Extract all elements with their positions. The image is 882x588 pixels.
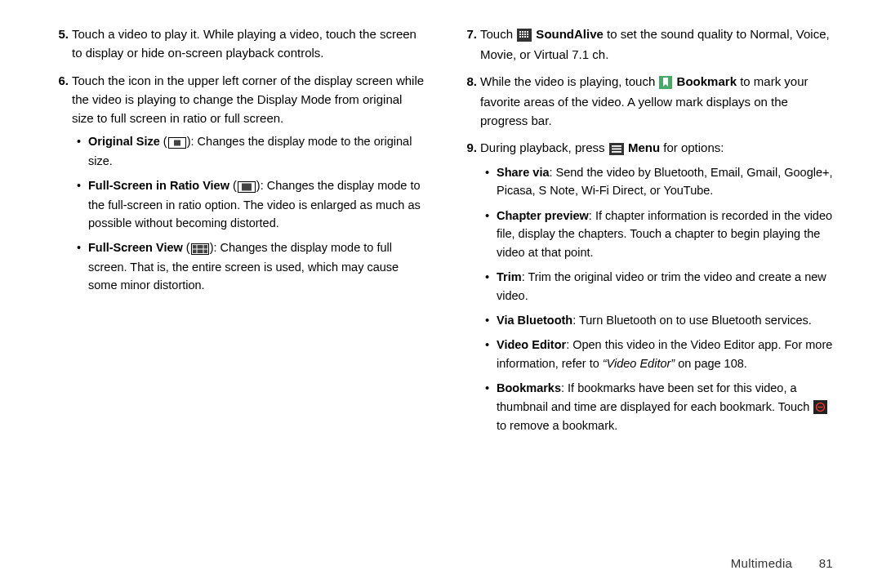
svg-rect-13 xyxy=(527,31,528,33)
svg-rect-3 xyxy=(242,184,252,191)
via-bluetooth-item: Via Bluetooth: Turn Bluetooth on to use … xyxy=(497,311,833,329)
chapter-preview-item: Chapter preview: If chapter information … xyxy=(497,207,833,261)
svg-rect-18 xyxy=(519,36,521,38)
svg-rect-12 xyxy=(524,31,526,33)
bullet-tail: to remove a bookmark. xyxy=(497,419,617,432)
icon-label: SoundAlive xyxy=(532,27,604,41)
bullet-rest: : Turn Bluetooth on to use Bluetooth ser… xyxy=(572,314,812,327)
svg-rect-14 xyxy=(519,33,521,35)
left-column: 5. Touch a video to play it. While playi… xyxy=(33,24,441,572)
bullet-title: Full-Screen in Ratio View xyxy=(88,179,229,192)
bullet-rest2: on page 108. xyxy=(675,357,747,370)
step-5: 5. Touch a video to play it. While playi… xyxy=(72,24,425,63)
step-6: 6. Touch the icon in the upper left corn… xyxy=(72,71,425,295)
pre-text: Touch xyxy=(480,27,516,41)
svg-rect-24 xyxy=(612,145,621,147)
share-via-item: Share via: Send the video by Bluetooth, … xyxy=(497,163,833,200)
step-text: Touch a video to play it. While playing … xyxy=(72,27,416,60)
page: 5. Touch a video to play it. While playi… xyxy=(0,0,882,588)
svg-rect-21 xyxy=(527,36,528,38)
svg-rect-15 xyxy=(522,33,523,35)
svg-rect-26 xyxy=(612,151,621,153)
svg-rect-25 xyxy=(612,149,621,150)
svg-rect-20 xyxy=(524,36,526,38)
svg-rect-16 xyxy=(524,33,526,35)
pre-text: While the video is playing, touch xyxy=(480,74,658,88)
svg-rect-11 xyxy=(522,31,523,33)
page-footer: Multimedia 81 xyxy=(731,556,833,570)
bullet-title: Bookmarks xyxy=(497,381,561,394)
crossref-link: “Video Editor” xyxy=(603,357,675,370)
step-8: 8. While the video is playing, touch Boo… xyxy=(480,72,833,130)
svg-rect-10 xyxy=(519,31,521,33)
pre-text: During playback, press xyxy=(480,140,608,154)
step-number: 8. xyxy=(457,72,477,91)
bookmark-icon xyxy=(659,73,672,91)
chapter-label: Multimedia xyxy=(731,556,793,570)
original-size-item: Original Size (): Changes the display mo… xyxy=(88,132,425,170)
bullet-title: Original Size xyxy=(88,135,160,148)
svg-rect-17 xyxy=(527,33,528,35)
icon-label: Menu xyxy=(625,140,660,154)
bullet-title: Full-Screen View xyxy=(88,241,183,254)
remove-bookmark-icon xyxy=(813,399,827,416)
step-text: Touch the icon in the upper left corner … xyxy=(72,74,424,126)
right-column: 7. Touch SoundAlive to set the sound qua… xyxy=(441,24,849,572)
svg-rect-19 xyxy=(522,36,523,38)
step-number: 6. xyxy=(49,71,69,90)
bullet-title: Chapter preview xyxy=(497,209,589,222)
full-screen-ratio-item: Full-Screen in Ratio View (): Changes th… xyxy=(88,176,425,232)
bullet-title: Trim xyxy=(497,270,522,283)
original-size-icon xyxy=(168,133,186,151)
icon-label: Bookmark xyxy=(673,74,737,88)
step-number: 5. xyxy=(49,24,69,43)
step-number: 9. xyxy=(457,138,477,157)
bullet-title: Share via xyxy=(497,166,550,179)
full-screen-ratio-icon xyxy=(238,177,256,195)
bullet-title: Video Editor xyxy=(497,338,566,351)
svg-rect-1 xyxy=(174,140,180,146)
page-number: 81 xyxy=(819,556,833,570)
soundalive-icon xyxy=(517,25,532,44)
video-editor-item: Video Editor: Open this video in the Vid… xyxy=(497,336,833,372)
trim-item: Trim: Trim the original video or trim th… xyxy=(497,268,833,305)
bookmarks-item: Bookmarks: If bookmarks have been set fo… xyxy=(497,379,833,434)
bullet-title: Via Bluetooth xyxy=(497,314,572,327)
step-9: 9. During playback, press Menu for optio… xyxy=(480,138,833,435)
full-screen-view-item: Full-Screen View (): Changes the display… xyxy=(88,238,425,294)
bullet-rest: : Trim the original video or trim the vi… xyxy=(497,270,826,301)
step-7: 7. Touch SoundAlive to set the sound qua… xyxy=(480,24,833,64)
step-number: 7. xyxy=(457,24,477,43)
post-text: for options: xyxy=(660,140,724,154)
menu-icon xyxy=(609,139,624,158)
full-screen-view-icon xyxy=(191,239,209,257)
